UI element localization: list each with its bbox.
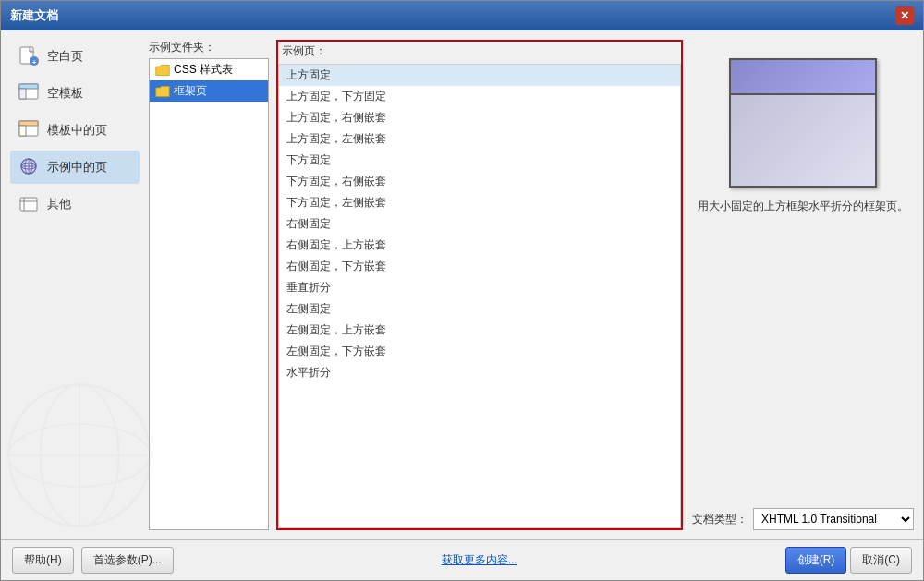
page-item[interactable]: 下方固定，左侧嵌套 <box>279 192 680 213</box>
left-nav-panel: + 空白页 空模板 模板中的页 <box>10 40 140 530</box>
prefs-button[interactable]: 首选参数(P)... <box>81 547 174 574</box>
new-document-dialog: 新建文档 ✕ + 空白页 <box>0 0 924 581</box>
page-item[interactable]: 左侧固定，上方嵌套 <box>279 320 680 341</box>
nav-blank-page[interactable]: + 空白页 <box>10 40 140 73</box>
svg-rect-12 <box>19 121 38 126</box>
svg-text:+: + <box>32 58 37 67</box>
page-item[interactable]: 水平折分 <box>279 362 680 383</box>
folder-list[interactable]: CSS 样式表 框架页 <box>149 58 269 530</box>
preview-top-frame <box>731 60 875 95</box>
page-item[interactable]: 上方固定，左侧嵌套 <box>279 128 680 150</box>
page-item[interactable]: 右侧固定 <box>279 213 680 235</box>
svg-rect-10 <box>19 89 26 99</box>
titlebar: 新建文档 ✕ <box>1 1 923 30</box>
page-item[interactable]: 左侧固定 <box>279 298 680 320</box>
preview-description: 用大小固定的上方框架水平折分的框架页。 <box>692 195 914 218</box>
bottom-right-buttons: 创建(R) 取消(C) <box>785 547 912 574</box>
pages-section-label: 示例页： <box>278 42 681 61</box>
page-item[interactable]: 上方固定 <box>279 65 680 86</box>
doc-type-label: 文档类型： <box>692 512 748 527</box>
page-item[interactable]: 右侧固定，上方嵌套 <box>279 235 680 256</box>
nav-other[interactable]: 其他 <box>10 188 140 221</box>
bottombar: 帮助(H) 首选参数(P)... 获取更多内容... 创建(R) 取消(C) <box>1 539 923 580</box>
nav-template-page-label: 模板中的页 <box>47 122 107 139</box>
template-page-icon <box>18 119 40 141</box>
middle-top: 示例文件夹： CSS 样式表 框架页 <box>149 40 683 530</box>
dialog-content: + 空白页 空模板 模板中的页 <box>1 30 923 539</box>
folder-css-label: CSS 样式表 <box>174 62 233 78</box>
folder-css-icon <box>155 64 170 77</box>
nav-blank-page-label: 空白页 <box>47 48 83 65</box>
page-item[interactable]: 下方固定，右侧嵌套 <box>279 171 680 192</box>
preview-bottom-frame <box>731 95 875 186</box>
page-item[interactable]: 右侧固定，下方嵌套 <box>279 256 680 277</box>
page-item[interactable]: 上方固定，下方固定 <box>279 86 680 107</box>
middle-panel: 示例文件夹： CSS 样式表 框架页 <box>149 40 683 530</box>
get-more-link[interactable]: 获取更多内容... <box>442 552 517 568</box>
doc-type-row: 文档类型： XHTML 1.0 TransitionalXHTML 1.0 St… <box>692 501 914 530</box>
svg-rect-9 <box>19 84 38 89</box>
nav-blank-template[interactable]: 空模板 <box>10 77 140 110</box>
nav-blank-template-label: 空模板 <box>47 85 83 102</box>
page-item[interactable]: 下方固定 <box>279 150 680 171</box>
dialog-title: 新建文档 <box>10 7 58 24</box>
preview-box <box>729 58 877 188</box>
blank-page-icon: + <box>18 45 40 67</box>
nav-sample-page[interactable]: 示例中的页 <box>10 151 140 184</box>
nav-sample-page-label: 示例中的页 <box>47 159 107 176</box>
close-button[interactable]: ✕ <box>895 6 914 25</box>
folder-section: 示例文件夹： CSS 样式表 框架页 <box>149 40 269 530</box>
page-item[interactable]: 左侧固定，下方嵌套 <box>279 341 680 362</box>
folder-frame-icon <box>155 85 170 98</box>
page-item[interactable]: 垂直折分 <box>279 277 680 298</box>
nav-other-label: 其他 <box>47 196 71 212</box>
help-button[interactable]: 帮助(H) <box>12 547 74 574</box>
svg-rect-19 <box>20 198 37 211</box>
pages-section: 示例页： 上方固定上方固定，下方固定上方固定，右侧嵌套上方固定，左侧嵌套下方固定… <box>276 40 683 530</box>
sample-page-icon <box>18 156 40 178</box>
cancel-button[interactable]: 取消(C) <box>850 547 912 574</box>
folder-item-frame[interactable]: 框架页 <box>150 80 268 102</box>
right-panel: 用大小固定的上方框架水平折分的框架页。 文档类型： XHTML 1.0 Tran… <box>692 40 914 530</box>
svg-rect-13 <box>19 126 26 136</box>
nav-template-page[interactable]: 模板中的页 <box>10 114 140 147</box>
blank-template-icon <box>18 82 40 104</box>
other-icon <box>18 193 40 215</box>
folder-frame-label: 框架页 <box>174 83 207 99</box>
pages-list[interactable]: 上方固定上方固定，下方固定上方固定，右侧嵌套上方固定，左侧嵌套下方固定下方固定，… <box>278 64 681 528</box>
doc-type-select[interactable]: XHTML 1.0 TransitionalXHTML 1.0 StrictHT… <box>753 508 914 530</box>
create-button[interactable]: 创建(R) <box>785 547 847 574</box>
folder-section-label: 示例文件夹： <box>149 40 269 55</box>
folder-item-css[interactable]: CSS 样式表 <box>150 59 268 80</box>
page-item[interactable]: 上方固定，右侧嵌套 <box>279 107 680 128</box>
